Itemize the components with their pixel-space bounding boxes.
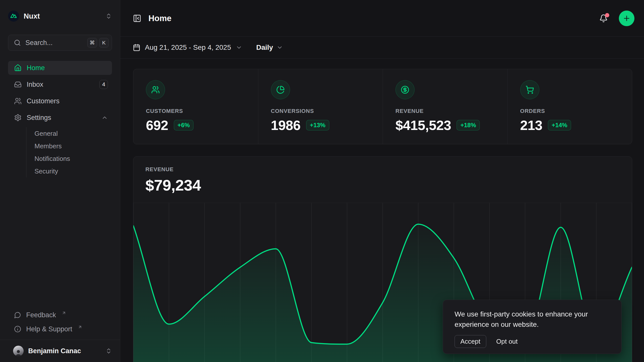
inbox-icon (14, 81, 22, 88)
stat-delta-badge: +6% (174, 120, 194, 130)
plus-icon (623, 14, 631, 22)
settings-subnav: General Members Notifications Security (26, 127, 112, 177)
info-circle-icon (14, 326, 21, 333)
sidebar-toggle-icon[interactable] (133, 14, 141, 23)
stat-value: 1986 (271, 117, 301, 133)
accept-button[interactable]: Accept (455, 335, 486, 348)
chevrons-up-down-icon (105, 348, 112, 354)
filter-bar: Aug 21, 2025 - Sep 4, 2025 Daily (120, 37, 644, 59)
stat-label: REVENUE (395, 108, 495, 114)
stat-orders: ORDERS 213 +14% (507, 69, 632, 144)
stat-label: CUSTOMERS (146, 108, 246, 114)
external-link-icon (78, 325, 82, 329)
chevron-down-icon (276, 44, 283, 51)
notifications-button[interactable] (599, 14, 608, 23)
date-range-picker[interactable]: Aug 21, 2025 - Sep 4, 2025 (133, 43, 242, 52)
sidebar-item-notifications[interactable]: Notifications (34, 152, 112, 165)
search-icon (14, 39, 21, 46)
pie-chart-icon (271, 80, 290, 99)
avatar (13, 346, 24, 356)
sidebar-item-general[interactable]: General (34, 127, 112, 140)
revenue-chart-header: REVENUE $79,234 (133, 157, 632, 203)
users-icon (14, 97, 22, 105)
date-range-label: Aug 21, 2025 - Sep 4, 2025 (145, 43, 231, 52)
opt-out-button[interactable]: Opt out (496, 338, 518, 345)
workspace-switcher[interactable]: Nuxt (8, 9, 112, 23)
calendar-icon (133, 44, 140, 51)
sidebar-item-inbox[interactable]: Inbox 4 (8, 77, 112, 92)
granularity-label: Daily (256, 43, 273, 52)
stat-customers: CUSTOMERS 692 +6% (133, 69, 258, 144)
workspace-name: Nuxt (24, 12, 101, 20)
sidebar-footer: Feedback Help & Support Benjamin Canac (8, 308, 112, 362)
stats-overview: CUSTOMERS 692 +6% CONVERSIONS 1986 +13% (133, 69, 632, 144)
help-support-link[interactable]: Help & Support (8, 322, 112, 336)
revenue-chart-value: $79,234 (145, 176, 620, 194)
stat-value: 213 (520, 117, 543, 133)
stat-label: ORDERS (520, 108, 620, 114)
page-header: Home (120, 0, 644, 37)
sidebar-item-home[interactable]: Home (8, 61, 112, 75)
home-icon (14, 64, 22, 72)
stat-delta-badge: +18% (457, 120, 480, 130)
search-placeholder: Search... (25, 39, 83, 47)
kbd-cmd: ⌘ (87, 38, 97, 48)
chevron-down-icon (236, 44, 242, 51)
granularity-select[interactable]: Daily (256, 43, 283, 52)
nuxt-logo-icon (8, 11, 19, 22)
sidebar-nav: Home Inbox 4 Customers Settings Genera (8, 61, 112, 177)
notification-dot (605, 13, 609, 17)
revenue-chart-label: REVENUE (145, 166, 620, 173)
sidebar-item-settings[interactable]: Settings (8, 111, 112, 125)
stat-value: $415,523 (395, 117, 451, 133)
chevrons-up-down-icon (105, 13, 112, 19)
sidebar-item-security[interactable]: Security (34, 165, 112, 177)
add-button[interactable] (619, 11, 634, 26)
sidebar: Nuxt Search... ⌘ K Home Inbox 4 (0, 0, 120, 362)
stat-delta-badge: +13% (306, 120, 329, 130)
chevron-up-icon (101, 114, 108, 121)
kbd-k: K (99, 38, 109, 48)
gear-icon (14, 114, 22, 121)
external-link-icon (62, 311, 66, 315)
users-icon (146, 80, 165, 99)
page-title: Home (148, 14, 172, 23)
user-menu[interactable]: Benjamin Canac (8, 340, 112, 362)
feedback-link[interactable]: Feedback (8, 308, 112, 322)
stat-label: CONVERSIONS (271, 108, 370, 114)
sidebar-item-members[interactable]: Members (34, 140, 112, 152)
stat-delta-badge: +14% (548, 120, 571, 130)
sidebar-item-customers[interactable]: Customers (8, 94, 112, 108)
user-name: Benjamin Canac (28, 347, 101, 355)
stat-revenue: REVENUE $415,523 +18% (383, 69, 507, 144)
stat-conversions: CONVERSIONS 1986 +13% (258, 69, 383, 144)
circle-dollar-icon (395, 80, 415, 99)
stat-value: 692 (146, 117, 168, 133)
cookie-message: We use first-party cookies to enhance yo… (455, 309, 595, 330)
shopping-cart-icon (520, 80, 539, 99)
message-circle-icon (14, 311, 21, 319)
search-input[interactable]: Search... ⌘ K (8, 35, 112, 51)
inbox-count-badge: 4 (99, 80, 108, 89)
cookie-banner: We use first-party cookies to enhance yo… (443, 300, 622, 354)
